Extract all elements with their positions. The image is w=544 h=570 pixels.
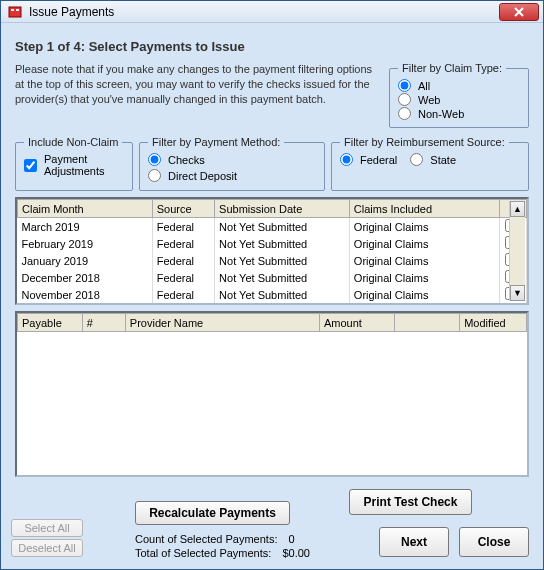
cell-claim-month: January 2019: [18, 252, 153, 269]
col-header-submission-date[interactable]: Submission Date: [215, 200, 350, 218]
filter-claim-type-group: Filter by Claim Type: All Web Non-Web: [389, 62, 529, 128]
cell-submission-date: Not Yet Submitted: [215, 252, 350, 269]
pay-method-direct-deposit[interactable]: Direct Deposit: [148, 169, 237, 182]
payments-grid[interactable]: Payable # Provider Name Amount Modified: [15, 311, 529, 477]
cell-source: Federal: [152, 286, 214, 303]
reimb-federal[interactable]: Federal: [340, 153, 397, 166]
scroll-down-icon[interactable]: ▼: [510, 285, 525, 301]
claims-grid[interactable]: Claim Month Source Submission Date Claim…: [15, 197, 529, 305]
filter-pay-method-group: Filter by Payment Method: Checks Direct …: [139, 136, 325, 191]
cell-claims-included: Original Claims: [349, 235, 499, 252]
recalculate-payments-button[interactable]: Recalculate Payments: [135, 501, 290, 525]
row-checkbox[interactable]: [505, 304, 518, 305]
include-non-claim-group: Include Non-Claim Payment Adjustments: [15, 136, 133, 191]
print-test-check-button[interactable]: Print Test Check: [349, 489, 472, 515]
pay-method-checks-radio[interactable]: [148, 153, 161, 166]
pay-method-dd-radio[interactable]: [148, 169, 161, 182]
select-all-button[interactable]: Select All: [11, 519, 83, 537]
claim-type-nonweb[interactable]: Non-Web: [398, 107, 520, 120]
col-header-blank[interactable]: [395, 314, 460, 332]
table-row[interactable]: March 2019FederalNot Yet SubmittedOrigin…: [18, 218, 527, 236]
deselect-all-button[interactable]: Deselect All: [11, 539, 83, 557]
claim-type-all[interactable]: All: [398, 79, 520, 92]
reimb-federal-radio[interactable]: [340, 153, 353, 166]
claim-type-nonweb-radio[interactable]: [398, 107, 411, 120]
claim-type-all-radio[interactable]: [398, 79, 411, 92]
include-non-claim-checkbox-row[interactable]: Payment Adjustments: [24, 153, 124, 177]
filter-note: Please note that if you make any changes…: [15, 62, 375, 107]
cell-source: Federal: [152, 269, 214, 286]
reimb-state-radio[interactable]: [410, 153, 423, 166]
cell-claim-month: December 2018: [18, 269, 153, 286]
claim-type-web[interactable]: Web: [398, 93, 520, 106]
pay-method-checks[interactable]: Checks: [148, 153, 205, 166]
count-selected-label: Count of Selected Payments:: [135, 533, 277, 545]
table-row[interactable]: November 2018FederalNot Yet SubmittedOri…: [18, 286, 527, 303]
cell-claim-month: October 2018: [18, 303, 153, 305]
col-header-claim-month[interactable]: Claim Month: [18, 200, 153, 218]
app-icon: [7, 4, 23, 20]
table-row[interactable]: December 2018FederalNot Yet SubmittedOri…: [18, 269, 527, 286]
col-header-number[interactable]: #: [82, 314, 125, 332]
include-non-claim-legend: Include Non-Claim: [24, 136, 122, 148]
cell-submission-date: Not Yet Submitted: [215, 218, 350, 236]
total-selected-label: Total of Selected Payments:: [135, 547, 271, 559]
reimb-state[interactable]: State: [410, 153, 456, 166]
cell-submission-date: Not Yet Submitted: [215, 235, 350, 252]
col-header-payable[interactable]: Payable: [18, 314, 83, 332]
cell-claims-included: Original Claims: [349, 286, 499, 303]
window-close-button[interactable]: [499, 3, 539, 21]
svg-rect-2: [16, 9, 19, 11]
cell-claims-included: Original Claims: [349, 252, 499, 269]
close-button[interactable]: Close: [459, 527, 529, 557]
col-header-amount[interactable]: Amount: [319, 314, 394, 332]
cell-submission-date: Not Yet Submitted: [215, 303, 350, 305]
filter-pay-method-legend: Filter by Payment Method:: [148, 136, 284, 148]
cell-submission-date: Not Yet Submitted: [215, 269, 350, 286]
col-header-claims-included[interactable]: Claims Included: [349, 200, 499, 218]
cell-claims-included: Original Claims: [349, 303, 499, 305]
col-header-modified[interactable]: Modified: [460, 314, 527, 332]
table-row[interactable]: October 2018FederalNot Yet SubmittedOrig…: [18, 303, 527, 305]
claims-grid-scrollbar[interactable]: ▲ ▼: [509, 201, 525, 301]
total-selected-value: $0.00: [282, 547, 310, 559]
cell-source: Federal: [152, 235, 214, 252]
cell-claims-included: Original Claims: [349, 269, 499, 286]
table-row[interactable]: January 2019FederalNot Yet SubmittedOrig…: [18, 252, 527, 269]
table-row[interactable]: February 2019FederalNot Yet SubmittedOri…: [18, 235, 527, 252]
cell-claim-month: March 2019: [18, 218, 153, 236]
cell-source: Federal: [152, 218, 214, 236]
scroll-up-icon[interactable]: ▲: [510, 201, 525, 217]
filter-claim-type-legend: Filter by Claim Type:: [398, 62, 506, 74]
window-title: Issue Payments: [29, 5, 493, 19]
claims-grid-header-row: Claim Month Source Submission Date Claim…: [18, 200, 527, 218]
svg-rect-1: [11, 9, 14, 11]
claim-type-web-radio[interactable]: [398, 93, 411, 106]
titlebar: Issue Payments: [1, 1, 543, 23]
filter-reimb-source-legend: Filter by Reimbursement Source:: [340, 136, 509, 148]
cell-claims-included: Original Claims: [349, 218, 499, 236]
include-non-claim-checkbox[interactable]: [24, 159, 37, 172]
cell-source: Federal: [152, 252, 214, 269]
cell-submission-date: Not Yet Submitted: [215, 286, 350, 303]
content-area: Step 1 of 4: Select Payments to Issue Pl…: [1, 23, 543, 569]
col-header-provider-name[interactable]: Provider Name: [125, 314, 319, 332]
cell-claim-month: February 2019: [18, 235, 153, 252]
filter-reimb-source-group: Filter by Reimbursement Source: Federal …: [331, 136, 529, 191]
svg-rect-0: [9, 7, 21, 17]
next-button[interactable]: Next: [379, 527, 449, 557]
cell-source: Federal: [152, 303, 214, 305]
payments-grid-header-row: Payable # Provider Name Amount Modified: [18, 314, 527, 332]
count-selected-value: 0: [289, 533, 295, 545]
col-header-source[interactable]: Source: [152, 200, 214, 218]
issue-payments-window: Issue Payments Step 1 of 4: Select Payme…: [0, 0, 544, 570]
cell-claim-month: November 2018: [18, 286, 153, 303]
step-heading: Step 1 of 4: Select Payments to Issue: [15, 39, 529, 54]
